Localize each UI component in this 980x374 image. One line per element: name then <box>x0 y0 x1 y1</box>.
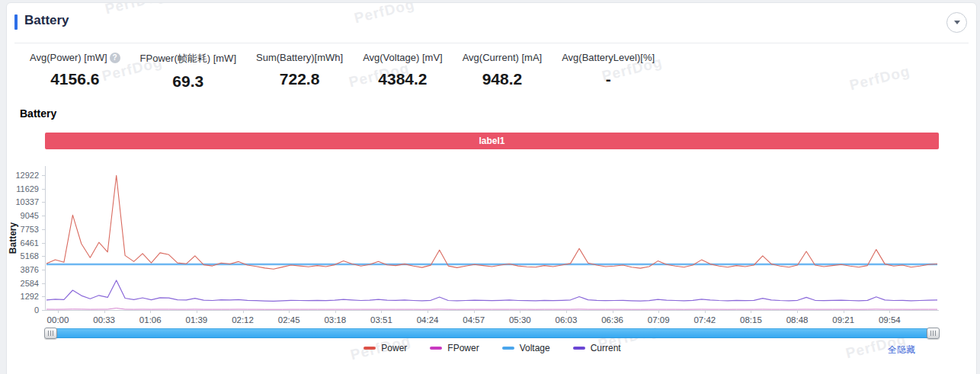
battery-panel: PerfDogPerfDogPerfDogPerfDogPerfDogPerfD… <box>6 2 977 374</box>
stat-value: 69.3 <box>140 72 236 91</box>
stat-sum-battery-mwh: Sum(Battery)[mWh]722.8 <box>256 52 343 91</box>
panel-header: Battery <box>14 3 969 43</box>
hide-all-link[interactable]: 全隐藏 <box>888 344 915 356</box>
chart-label-bar[interactable]: label1 <box>45 133 939 149</box>
legend-label: Voltage <box>520 343 550 353</box>
stat-label: Sum(Battery)[mWh] <box>256 52 343 63</box>
stat-value: 4156.6 <box>30 70 120 88</box>
chart-scrollbar <box>45 328 939 339</box>
label-bar-text: label1 <box>479 136 504 146</box>
stat-value: - <box>562 70 655 88</box>
stat-value: 722.8 <box>256 70 343 88</box>
scrollbar-right-handle[interactable] <box>927 328 940 339</box>
stat-label: Avg(BatteryLevel)[%] <box>562 52 655 63</box>
legend-item-current[interactable]: Current <box>573 343 621 353</box>
legend-item-power[interactable]: Power <box>363 343 407 353</box>
legend-item-fpower[interactable]: FPower <box>430 343 479 353</box>
stat-value: 4384.2 <box>363 70 443 88</box>
legend-label: Power <box>381 343 407 353</box>
stat-label: Avg(Power) [mW]? <box>30 52 120 63</box>
legend-marker <box>502 347 514 350</box>
chevron-down-icon <box>954 21 960 24</box>
scrollbar-track[interactable] <box>45 328 939 338</box>
legend-label: Current <box>591 343 621 353</box>
y-axis-title: Battery <box>8 208 19 269</box>
chart-section-title: Battery <box>20 107 56 120</box>
stats-row: Avg(Power) [mW]?4156.6FPower(帧能耗) [mW]69… <box>30 52 655 91</box>
accent-bar <box>14 14 18 30</box>
help-icon[interactable]: ? <box>110 53 120 63</box>
legend-label: FPower <box>447 343 479 353</box>
stat-avg-batterylevel: Avg(BatteryLevel)[%]- <box>562 52 655 91</box>
legend-item-voltage[interactable]: Voltage <box>502 343 550 353</box>
panel-title: Battery <box>24 13 69 28</box>
legend-marker <box>573 347 585 350</box>
stat-avg-current-ma: Avg(Current) [mA]948.2 <box>463 52 543 91</box>
stat-label: Avg(Voltage) [mV] <box>363 52 443 63</box>
stat-avg-voltage-mv: Avg(Voltage) [mV]4384.2 <box>363 52 443 91</box>
scrollbar-left-handle[interactable] <box>44 328 57 339</box>
chart-legend: PowerFPowerVoltageCurrent <box>7 343 978 353</box>
legend-marker <box>363 347 376 350</box>
stat-fpower-mw: FPower(帧能耗) [mW]69.3 <box>140 52 236 91</box>
stat-label: Avg(Current) [mA] <box>463 52 543 63</box>
stat-value: 948.2 <box>463 70 543 88</box>
watermark: PerfDog <box>848 63 912 94</box>
legend-marker <box>430 347 442 350</box>
stat-label: FPower(帧能耗) [mW] <box>140 52 236 66</box>
stat-avg-power-mw: Avg(Power) [mW]?4156.6 <box>30 52 120 91</box>
collapse-button[interactable] <box>946 12 967 33</box>
